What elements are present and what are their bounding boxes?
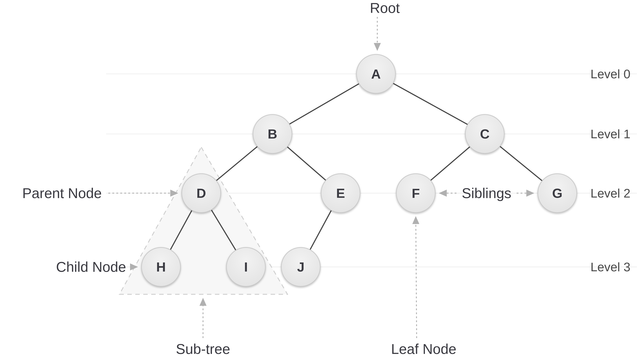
level-label-1: Level 1 [590, 127, 630, 141]
node-B-label: B [268, 127, 277, 141]
node-J: J [281, 247, 320, 286]
node-F-label: F [412, 186, 420, 201]
siblings-label: Siblings [462, 185, 511, 201]
edge-B-E [287, 147, 326, 181]
node-C: C [465, 115, 504, 154]
node-H: H [142, 247, 180, 286]
edge-E-J [310, 210, 331, 250]
edge-C-F [430, 147, 470, 181]
level-label-0: Level 0 [590, 67, 630, 81]
node-E: E [321, 174, 360, 212]
node-I-label: I [244, 259, 248, 274]
node-F: F [396, 174, 435, 212]
node-D: D [182, 174, 221, 212]
edge-A-B [289, 84, 359, 124]
child-node-label: Child Node [56, 259, 126, 275]
node-A: A [356, 54, 396, 93]
node-G: G [538, 174, 577, 212]
node-J-label: J [297, 259, 304, 274]
node-E-label: E [336, 186, 345, 201]
root-label: Root [370, 0, 400, 16]
edge-B-D [216, 146, 258, 181]
sub-tree-label: Sub-tree [176, 341, 230, 357]
level-label-2: Level 2 [590, 186, 630, 200]
leaf-node-label: Leaf Node [391, 341, 456, 357]
node-C-label: C [480, 127, 490, 141]
edge-C-G [500, 146, 542, 181]
node-I: I [226, 247, 265, 286]
node-B: B [253, 115, 292, 154]
level-labels: Level 0Level 1Level 2Level 3 [590, 67, 630, 274]
lead-leaf [416, 217, 416, 338]
parent-node-label: Parent Node [22, 185, 102, 201]
tree-diagram: ABCDEFGHIJ Level 0Level 1Level 2Level 3 … [0, 0, 644, 362]
node-A-label: A [371, 66, 381, 81]
level-label-3: Level 3 [590, 260, 630, 274]
node-H-label: H [156, 259, 166, 274]
edge-A-C [393, 83, 468, 125]
node-G-label: G [552, 186, 562, 201]
node-D-label: D [196, 186, 206, 201]
